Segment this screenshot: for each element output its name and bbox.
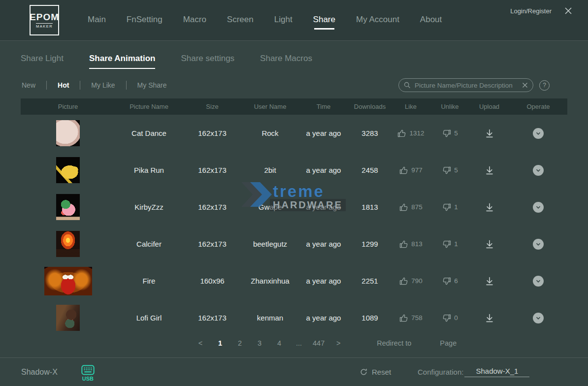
unlike-button[interactable]: 1	[430, 239, 469, 249]
operate-expand-icon[interactable]	[533, 128, 544, 139]
like-button[interactable]: 758	[391, 313, 430, 323]
picture-name: Cat Dance	[115, 129, 183, 137]
animation-thumbnail[interactable]	[56, 194, 80, 220]
search-input[interactable]	[414, 81, 519, 90]
usb-connection-indicator[interactable]: USB	[81, 365, 95, 382]
col-picture-name: Picture Name	[115, 103, 183, 110]
user-name: 2bit	[242, 166, 298, 174]
tab-share[interactable]: Share	[313, 15, 335, 32]
download-count: 2458	[349, 166, 391, 174]
operate-expand-icon[interactable]	[533, 276, 544, 287]
tab-my-account[interactable]: My Account	[356, 15, 399, 32]
tab-about[interactable]: About	[420, 15, 442, 32]
download-count: 2251	[349, 277, 391, 285]
picture-name: KirbyZzz	[115, 203, 183, 211]
main-nav: Main FnSetting Macro Screen Light Share …	[88, 15, 442, 32]
unlike-button[interactable]: 5	[430, 129, 469, 138]
operate-expand-icon[interactable]	[533, 313, 544, 323]
download-icon[interactable]	[469, 276, 509, 287]
reset-icon	[359, 368, 368, 376]
user-name: beetlegutz	[242, 240, 298, 248]
unlike-button[interactable]: 5	[430, 165, 469, 175]
unlike-count: 0	[454, 314, 458, 322]
table-row: KirbyZzz 162x173 Gwape a year ago 1813 8…	[21, 189, 567, 225]
col-size: Size	[183, 103, 242, 110]
like-count: 875	[411, 203, 423, 211]
logo-line1: EPOM	[30, 12, 59, 22]
configuration-label: Configuration:	[418, 368, 463, 376]
page-1[interactable]: 1	[214, 339, 226, 347]
download-icon[interactable]	[469, 165, 509, 176]
epomaker-app-window: EPOM MAKER Main FnSetting Macro Screen L…	[0, 0, 588, 386]
download-icon[interactable]	[469, 313, 509, 323]
operate-expand-icon[interactable]	[533, 202, 544, 213]
picture-size: 162x173	[183, 314, 242, 322]
picture-size: 162x173	[183, 203, 242, 211]
unlike-button[interactable]: 1	[430, 202, 469, 212]
download-icon[interactable]	[469, 202, 509, 213]
subtab-share-macros[interactable]: Share Macros	[260, 54, 312, 69]
page-2[interactable]: 2	[234, 339, 246, 347]
animation-thumbnail[interactable]	[56, 120, 80, 146]
search-icon	[404, 82, 411, 89]
filter-hot[interactable]: Hot	[47, 81, 80, 89]
page-4[interactable]: 4	[273, 339, 285, 347]
upload-time: a year ago	[298, 277, 349, 285]
subtab-share-settings[interactable]: Share settings	[181, 54, 234, 69]
page-prev[interactable]: <	[195, 339, 206, 347]
tab-macro[interactable]: Macro	[183, 15, 206, 32]
like-button[interactable]: 813	[391, 239, 430, 249]
col-picture: Picture	[21, 103, 115, 110]
pagination: < 1 2 3 4 ... 447 > Redirect to Page	[191, 339, 567, 347]
subtab-share-light[interactable]: Share Light	[21, 54, 64, 69]
tab-fnsetting[interactable]: FnSetting	[127, 15, 163, 32]
animation-thumbnail[interactable]	[56, 157, 80, 183]
configuration-field: Configuration: Shadow-X_1	[418, 367, 529, 377]
col-user-name: User Name	[242, 103, 298, 110]
reset-button[interactable]: Reset	[359, 368, 391, 376]
tab-main[interactable]: Main	[88, 15, 106, 32]
like-button[interactable]: 1312	[391, 129, 430, 138]
col-upload: Upload	[469, 103, 509, 110]
unlike-button[interactable]: 6	[430, 276, 469, 286]
tab-screen[interactable]: Screen	[227, 15, 254, 32]
download-icon[interactable]	[469, 128, 509, 139]
like-button[interactable]: 790	[391, 276, 430, 286]
operate-expand-icon[interactable]	[533, 239, 544, 250]
unlike-button[interactable]: 0	[430, 313, 469, 323]
like-button[interactable]: 977	[391, 165, 430, 175]
picture-size: 160x96	[183, 277, 242, 285]
page-3[interactable]: 3	[254, 339, 265, 347]
filter-my-like[interactable]: My Like	[80, 81, 126, 89]
like-count: 813	[411, 240, 423, 248]
download-icon[interactable]	[469, 239, 509, 250]
upload-time: a year ago	[298, 129, 349, 137]
subtab-share-animation[interactable]: Share Animation	[89, 54, 155, 69]
page-447[interactable]: 447	[313, 339, 325, 347]
like-button[interactable]: 875	[391, 202, 430, 212]
upload-time: a year ago	[298, 166, 349, 174]
animation-thumbnail[interactable]	[56, 231, 80, 257]
picture-size: 162x173	[183, 240, 242, 248]
search-box[interactable]	[398, 78, 533, 92]
help-icon[interactable]: ?	[539, 80, 550, 91]
like-count: 977	[411, 166, 423, 174]
tab-light[interactable]: Light	[274, 15, 293, 32]
configuration-value-input[interactable]: Shadow-X_1	[464, 367, 529, 377]
animation-thumbnail[interactable]	[44, 267, 92, 295]
page-next[interactable]: >	[332, 339, 344, 347]
filter-my-share[interactable]: My Share	[127, 81, 178, 89]
like-count: 1312	[409, 129, 424, 137]
picture-name: Pika Run	[115, 166, 183, 174]
animation-thumbnail[interactable]	[56, 305, 80, 331]
upload-time: a year ago	[298, 240, 349, 248]
like-count: 758	[411, 314, 423, 322]
operate-expand-icon[interactable]	[533, 165, 544, 176]
close-icon[interactable]	[564, 7, 572, 15]
user-name: kenman	[242, 314, 298, 322]
filter-new[interactable]: New	[21, 81, 46, 89]
page-ellipsis: ...	[293, 339, 305, 347]
login-register-link[interactable]: Login/Register	[510, 7, 552, 15]
search-clear-icon[interactable]	[522, 82, 528, 88]
col-unlike: Unlike	[430, 103, 469, 110]
